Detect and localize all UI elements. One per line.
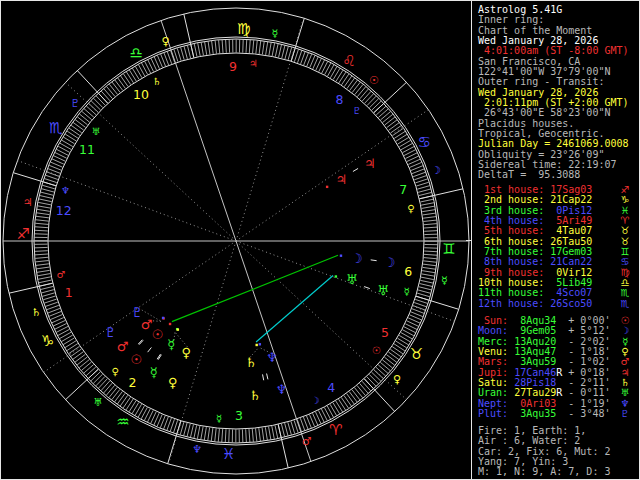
planet-position-dot bbox=[326, 186, 328, 188]
sign-capricorn-icon: ♑ bbox=[41, 332, 54, 350]
stats-text: M: 1, N: 9, A: 7, D: 3 bbox=[478, 466, 610, 477]
house-number-2: 2 bbox=[129, 375, 137, 390]
sign-libra-icon: ♎ bbox=[129, 44, 142, 62]
house-number-9: 9 bbox=[229, 59, 237, 74]
sign-ruler-icon: ☿ bbox=[441, 274, 448, 287]
house-number-5: 5 bbox=[381, 325, 389, 340]
house-ruler-icon: ♀ bbox=[111, 366, 118, 377]
house-number-10: 10 bbox=[133, 87, 149, 102]
house-number-1: 1 bbox=[65, 285, 73, 300]
planet-icon: ♇ bbox=[618, 409, 632, 419]
house-number-3: 3 bbox=[235, 408, 243, 423]
sign-ruler-icon: ♀ bbox=[161, 35, 169, 48]
house-ruler-icon: ♆ bbox=[61, 185, 70, 196]
sign-ruler-icon: ♅ bbox=[93, 396, 103, 409]
house-number-8: 8 bbox=[336, 92, 344, 107]
transit-uran-icon: ♅ bbox=[377, 283, 389, 298]
natal-merc-icon: ☿ bbox=[167, 337, 175, 352]
sign-virgo-icon: ♍ bbox=[237, 20, 250, 38]
house-number-4: 4 bbox=[327, 380, 335, 395]
planet-label: Plut: bbox=[478, 408, 514, 419]
sign-ruler-icon: ♀ bbox=[393, 373, 401, 386]
natal-moon-icon: ☽ bbox=[351, 251, 363, 266]
delta-t-text: DeltaT = 95.3088 bbox=[478, 169, 580, 180]
house-list: 1st house: 17Sag03♐ 2nd house: 21Cap22♑ … bbox=[478, 185, 640, 309]
natal-plut-icon: ♇ bbox=[131, 305, 143, 320]
element-stats: Fire: 1, Earth: 1,Air : 6, Water: 2Car: … bbox=[478, 426, 640, 478]
sign-ruler-icon: ♇ bbox=[70, 97, 80, 110]
planet-position-dot bbox=[177, 328, 179, 330]
sign-leo-icon: ♌ bbox=[342, 52, 355, 70]
house-value: 26Sco50 bbox=[550, 298, 592, 309]
natal-sun-icon: ☉ bbox=[152, 327, 164, 342]
info-panel: Astrolog 5.41GInner ring:Chart of the Mo… bbox=[472, 1, 640, 479]
sign-ruler-icon: ☉ bbox=[369, 74, 379, 87]
planet-list: Sun: 8Aqu34 + 0°00'☉Moon: 9Gem05 + 5°12'… bbox=[478, 316, 640, 419]
house-ruler-icon: ♄ bbox=[152, 76, 161, 87]
sign-ruler-icon: ☽ bbox=[431, 164, 441, 177]
planet-position-dot bbox=[255, 344, 257, 346]
chart-wheel: ♈♂♉♀♊☿♋☽♌☉♍☿♎♀♏♇♐♃♑♄♒♅♓♆1♂2♀3☿4☽5☉6☿7♀8♇… bbox=[1, 1, 471, 479]
sign-ruler-icon: ♄ bbox=[31, 306, 41, 319]
house-number-11: 11 bbox=[79, 142, 95, 157]
transit-mars-icon: ♂ bbox=[117, 339, 129, 354]
natal-venu-icon: ♀ bbox=[182, 345, 192, 360]
transit-nept-icon: ♆ bbox=[276, 382, 288, 397]
planet-position-dot bbox=[162, 317, 164, 319]
sign-cancer-icon: ♋ bbox=[417, 133, 430, 151]
delta-t: DeltaT = 95.3088 bbox=[478, 170, 640, 180]
separator-tick bbox=[466, 240, 471, 241]
natal-satu-icon: ♄ bbox=[245, 355, 257, 370]
stats-row: M: 1, N: 9, A: 7, D: 3 bbox=[478, 467, 640, 477]
sign-ruler-icon: ♃ bbox=[23, 196, 33, 209]
house-row: 12th house: 26Sco50♏ bbox=[478, 299, 640, 309]
planet-position-dot bbox=[169, 323, 171, 325]
sign-taurus-icon: ♉ bbox=[410, 345, 423, 363]
sign-aquarius-icon: ♒ bbox=[116, 413, 129, 431]
transit-satu-icon: ♄ bbox=[249, 388, 261, 403]
transit-jupi-icon: ♃ bbox=[364, 156, 376, 171]
sign-ruler-icon: ♂ bbox=[302, 435, 312, 448]
natal-nept-icon: ♆ bbox=[266, 350, 278, 365]
house-number-6: 6 bbox=[404, 264, 412, 279]
transit-venu-icon: ♀ bbox=[168, 375, 178, 390]
house-number-12: 12 bbox=[56, 203, 72, 218]
planet-position-dot bbox=[259, 343, 261, 345]
house-number-7: 7 bbox=[399, 182, 407, 197]
planet-row: Plut: 3Aqu35 - 3°48'♇ bbox=[478, 409, 640, 419]
house-ruler-icon: ♃ bbox=[249, 58, 258, 69]
transit-moon-icon: ☽ bbox=[384, 255, 396, 270]
astrolog-screen: ♈♂♉♀♊☿♋☽♌☉♍☿♎♀♏♇♐♃♑♄♒♅♓♆1♂2♀3☿4☽5☉6☿7♀8♇… bbox=[0, 0, 640, 480]
house-sign-icon: ♏ bbox=[618, 299, 632, 309]
house-ruler-icon: ♇ bbox=[352, 105, 361, 116]
house-ruler-icon: ♅ bbox=[91, 126, 100, 137]
natal-jupi-icon: ♃ bbox=[336, 172, 348, 187]
transit-sun-icon: ☉ bbox=[130, 352, 142, 367]
house-ruler-icon: ☿ bbox=[216, 413, 222, 424]
natal-uran-icon: ♅ bbox=[346, 272, 358, 287]
sign-ruler-icon: ♆ bbox=[192, 443, 202, 456]
transit-merc-icon: ☿ bbox=[150, 365, 158, 380]
house-ruler-icon: ☽ bbox=[311, 395, 320, 406]
house-ruler-icon: ♂ bbox=[57, 269, 66, 280]
transit-plut-icon: ♇ bbox=[105, 325, 117, 340]
house-ruler-icon: ☉ bbox=[372, 345, 381, 356]
chart-info: Astrolog 5.41GInner ring:Chart of the Mo… bbox=[478, 5, 640, 181]
sign-aries-icon: ♈ bbox=[329, 421, 342, 439]
sign-gemini-icon: ♊ bbox=[442, 240, 455, 258]
house-ruler-icon: ♀ bbox=[407, 203, 414, 214]
planet-position: 3Aqu35 bbox=[514, 408, 556, 419]
planet-position-dot bbox=[335, 275, 337, 277]
sign-ruler-icon: ☿ bbox=[271, 27, 278, 40]
planet-position-dot bbox=[340, 254, 342, 256]
sign-pisces-icon: ♓ bbox=[222, 445, 235, 463]
house-label: 12th house: bbox=[478, 298, 550, 309]
sign-scorpio-icon: ♏ bbox=[49, 119, 63, 137]
planet-velocity: - 3°48' bbox=[562, 408, 610, 419]
house-ruler-icon: ☿ bbox=[404, 286, 410, 297]
sign-sagittarius-icon: ♐ bbox=[16, 225, 29, 243]
